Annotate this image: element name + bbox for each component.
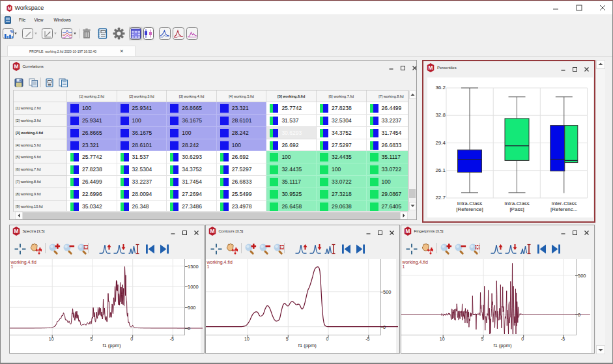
svg-text:M: M <box>14 63 18 70</box>
svg-text:M: M <box>210 228 214 234</box>
svg-text:M: M <box>7 6 11 10</box>
svg-text:%: % <box>10 30 14 34</box>
svg-text:M: M <box>405 228 410 234</box>
svg-text:M: M <box>14 228 18 234</box>
svg-text:M: M <box>429 64 433 71</box>
